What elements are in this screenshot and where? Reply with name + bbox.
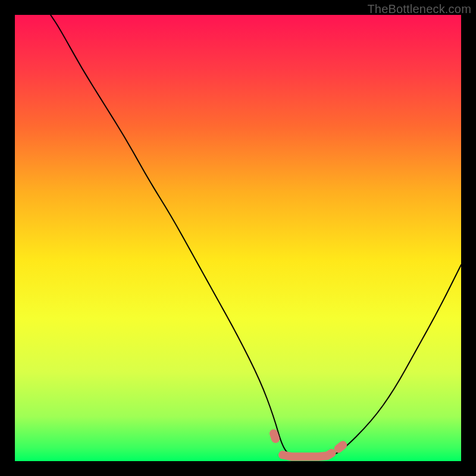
highlight-segment xyxy=(339,445,343,449)
highlight-segment xyxy=(274,434,275,439)
chart-area xyxy=(15,15,461,461)
watermark-text: TheBottleneck.com xyxy=(367,2,471,16)
bottleneck-curve-path xyxy=(51,15,461,457)
chart-svg-layer xyxy=(15,15,461,461)
highlight-segment xyxy=(283,453,332,457)
highlight-overlay xyxy=(274,434,343,457)
